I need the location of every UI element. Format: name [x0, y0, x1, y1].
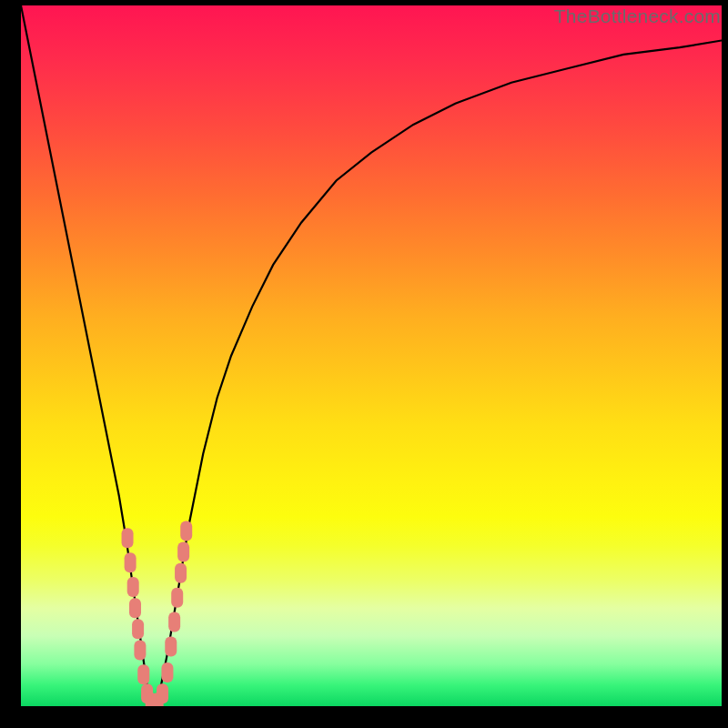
cluster-markers	[122, 521, 193, 707]
cluster-point	[157, 683, 168, 703]
cluster-point	[175, 563, 187, 583]
cluster-point	[177, 542, 189, 562]
cluster-point	[137, 664, 149, 684]
chart-frame: TheBottleneck.com	[0, 0, 728, 728]
cluster-point	[168, 612, 180, 632]
cluster-point	[134, 640, 146, 660]
cluster-point	[125, 552, 136, 572]
bottleneck-curve	[21, 5, 722, 706]
cluster-point	[171, 588, 183, 608]
cluster-point	[129, 598, 141, 618]
chart-svg	[21, 5, 722, 706]
cluster-point	[161, 662, 173, 682]
cluster-point	[127, 577, 139, 597]
cluster-point	[132, 619, 144, 639]
cluster-point	[180, 521, 192, 541]
watermark-label: TheBottleneck.com	[554, 5, 721, 27]
cluster-point	[122, 528, 134, 548]
cluster-point	[165, 637, 177, 657]
plot-area	[21, 5, 722, 706]
